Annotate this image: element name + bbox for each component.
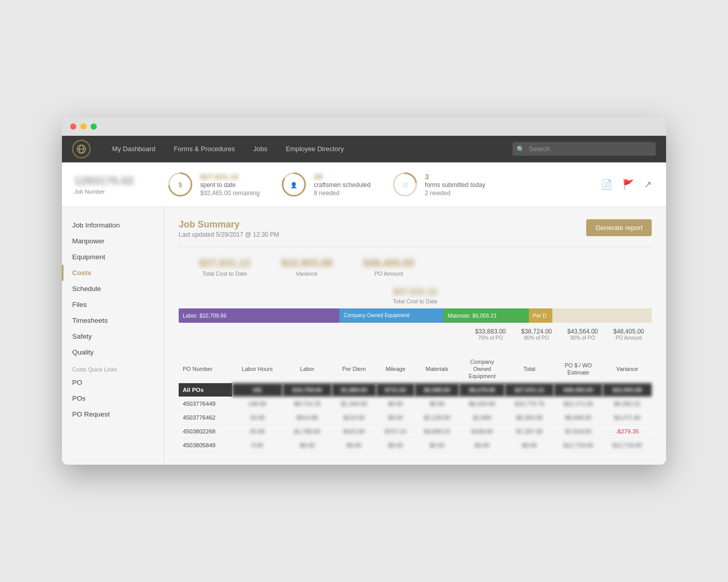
- costs-quick-links-label: Costs Quick Links: [62, 360, 164, 375]
- sidebar-item-po-request[interactable]: PO Request: [62, 406, 164, 422]
- all-pos-company-owned: $8,278.00: [459, 383, 505, 397]
- variance-stat: $22,903.88 Variance: [281, 257, 332, 277]
- share-action-btn[interactable]: ↗: [642, 177, 654, 192]
- nav-employee-directory[interactable]: Employee Directory: [276, 136, 353, 162]
- row1-variance: $6,392.22: [603, 397, 652, 411]
- search-input[interactable]: [512, 142, 656, 156]
- row3-po-number: 4503802268: [179, 425, 232, 439]
- row3-materials: $3,808.23: [415, 425, 459, 439]
- section-title: Job Summary: [179, 219, 279, 230]
- po-amount-stat: $48,405.00 PO Amount: [363, 257, 414, 277]
- app-window: My Dashboard Forms & Procedures Jobs Emp…: [62, 117, 666, 465]
- sidebar-item-quality[interactable]: Quality: [62, 344, 164, 360]
- row1-company-owned: $6,320.00: [459, 397, 505, 411]
- cost-stats-row: $27,631.12 Total Cost to Date $22,903.88…: [179, 257, 652, 277]
- sidebar-item-manpower[interactable]: Manpower: [62, 233, 164, 249]
- po-amount-label: PO Amount: [363, 271, 414, 277]
- row3-mileage: $757.23: [376, 425, 415, 439]
- svg-text:👤: 👤: [290, 181, 297, 189]
- all-pos-per-diem: $1,880.00: [332, 383, 376, 397]
- bar-equipment: Company Owned Equipment:: [339, 308, 443, 323]
- generate-report-button[interactable]: Generate report: [586, 219, 652, 236]
- stat-spent-sub: $92,465.00 remaining: [200, 190, 260, 197]
- row1-per-diem: $1,340.00: [332, 397, 376, 411]
- row2-labor: $914.88: [283, 411, 332, 425]
- bar-labor: Labor: $10,709.66: [179, 308, 339, 323]
- total-cost-stat: $27,631.12 Total Cost to Date: [199, 257, 250, 277]
- top-navigation: My Dashboard Forms & Procedures Jobs Emp…: [62, 136, 666, 162]
- header-actions: 📄 🚩 ↗: [599, 177, 654, 192]
- row1-labor-hours: 140.00: [232, 397, 283, 411]
- section-subtitle: Last updated 5/29/2017 @ 12:30 PM: [179, 231, 279, 238]
- sidebar-item-timesheets[interactable]: Timesheets: [62, 313, 164, 328]
- minimize-btn[interactable]: [80, 123, 87, 130]
- window-titlebar: [62, 117, 666, 136]
- po-70-label: 70% of PO: [472, 335, 509, 341]
- row3-per-diem: $315.00: [332, 425, 376, 439]
- bar-per-diem: Per D: [529, 308, 552, 323]
- row3-company-owned: $158.00: [459, 425, 505, 439]
- sidebar-item-job-information[interactable]: Job Information: [62, 217, 164, 233]
- row2-po-wo-estimate: $8,408.00: [554, 411, 603, 425]
- all-pos-total: $27,631.12: [505, 383, 554, 397]
- th-po-wo-estimate: PO $ / WOEstimate: [554, 355, 603, 383]
- row2-variance: $4,271.40: [603, 411, 652, 425]
- search-bar: 🔍: [512, 142, 656, 156]
- po-80-value: $38,724.00: [518, 328, 555, 335]
- row2-po-number: 4503776462: [179, 411, 232, 425]
- th-labor: Labor: [283, 355, 332, 383]
- document-action-btn[interactable]: 📄: [599, 177, 614, 192]
- row2-labor-hours: 16.00: [232, 411, 283, 425]
- stat-craftsmen-text: 29 craftsmen scheduled 8 needed: [314, 172, 371, 197]
- row2-per-diem: $210.00: [332, 411, 376, 425]
- divider-top: [179, 246, 652, 247]
- app-logo[interactable]: [72, 140, 91, 158]
- sidebar-item-equipment[interactable]: Equipment: [62, 249, 164, 265]
- row4-labor: $0.00: [283, 439, 332, 452]
- main-area: 1283176.02 Job Number $ $27,631.12 spent…: [62, 162, 666, 465]
- row4-po-number: 4503805849: [179, 439, 232, 452]
- row1-materials: $0.00: [415, 397, 459, 411]
- job-number-label: Job Number: [74, 189, 146, 195]
- row3-labor: $1,780.00: [283, 425, 332, 439]
- stat-craftsmen-label: craftsmen scheduled: [314, 181, 371, 189]
- total-cost-center: $27,631.12 Total Cost to Date: [179, 287, 652, 304]
- row2-materials: $2,130.00: [415, 411, 459, 425]
- row2-total: $6,354.08: [505, 411, 554, 425]
- bar-empty: [552, 308, 652, 323]
- sidebar-item-costs[interactable]: Costs: [62, 265, 164, 281]
- job-number-block: 1283176.02 Job Number: [74, 174, 146, 195]
- row4-labor-hours: 0.00: [232, 439, 283, 452]
- total-cost-value: $27,631.12: [199, 257, 250, 269]
- th-variance: Variance: [603, 355, 652, 383]
- stat-craftsmen-sub: 8 needed: [314, 190, 371, 197]
- all-pos-variance: $22,903.88: [603, 383, 652, 397]
- sidebar-item-schedule[interactable]: Schedule: [62, 281, 164, 297]
- row1-po-wo-estimate: $22,171.00: [554, 397, 603, 411]
- stat-forms-sub: 2 needed: [425, 190, 485, 197]
- sidebar-item-safety[interactable]: Safety: [62, 328, 164, 344]
- total-cost-center-value: $27,631.12: [179, 287, 652, 297]
- maximize-btn[interactable]: [91, 123, 97, 130]
- nav-jobs[interactable]: Jobs: [244, 136, 276, 162]
- sidebar-item-pos[interactable]: POs: [62, 390, 164, 406]
- section-header: Job Summary Last updated 5/29/2017 @ 12:…: [179, 219, 652, 238]
- row1-po-number: 4503776449: [179, 397, 232, 411]
- th-po-number: PO Number: [179, 355, 232, 383]
- all-pos-po-number: All POs: [179, 383, 232, 397]
- search-icon: 🔍: [517, 145, 525, 153]
- row1-labor: $8,714.78: [283, 397, 332, 411]
- svg-text:📄: 📄: [402, 182, 409, 189]
- cost-bar-chart: Labor: $10,709.66 Company Owned Equipmen…: [179, 308, 652, 323]
- po-marker-90: $43,564.00 90% of PO: [560, 328, 606, 341]
- flag-action-btn[interactable]: 🚩: [620, 177, 636, 192]
- th-labor-hours: Labor Hours: [232, 355, 283, 383]
- sidebar-item-po[interactable]: PO: [62, 375, 164, 390]
- sidebar-item-files[interactable]: Files: [62, 297, 164, 313]
- row4-mileage: $0.00: [376, 439, 415, 452]
- all-pos-labor: $16,709.66: [283, 383, 332, 397]
- close-btn[interactable]: [70, 123, 76, 130]
- nav-forms-procedures[interactable]: Forms & Procedures: [165, 136, 244, 162]
- nav-my-dashboard[interactable]: My Dashboard: [103, 136, 165, 162]
- stat-craftsmen-value: 29: [314, 172, 371, 181]
